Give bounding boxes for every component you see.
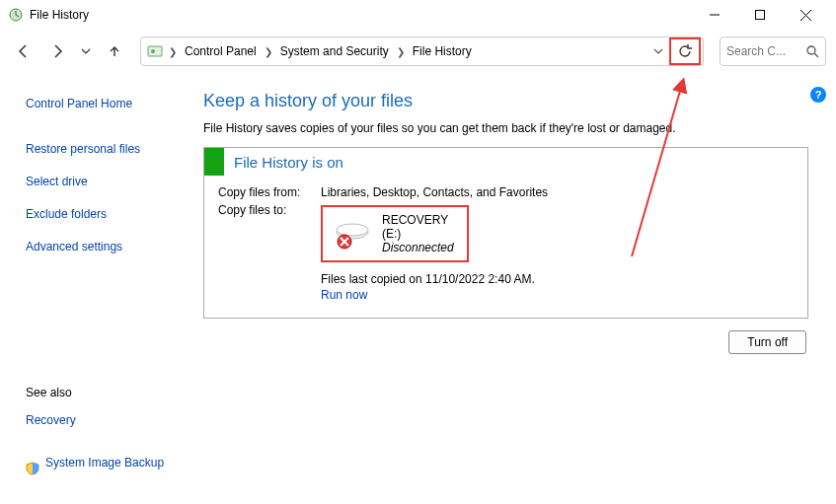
run-now-link[interactable]: Run now [321,288,794,302]
shield-icon [26,462,39,475]
main-content: Keep a history of your files File Histor… [197,73,836,504]
breadcrumb[interactable]: System and Security [274,40,395,62]
svg-rect-2 [756,11,765,20]
help-icon[interactable]: ? [810,87,826,103]
search-input[interactable] [726,44,794,58]
control-panel-home-link[interactable]: Control Panel Home [26,97,188,110]
chevron-right-icon[interactable]: ❯ [167,46,179,57]
page-heading: Keep a history of your files [203,91,808,111]
refresh-button[interactable] [669,37,701,65]
svg-point-7 [807,46,815,54]
see-also-system-image-link[interactable]: System Image Backup [45,456,164,469]
status-indicator-on [204,148,224,176]
drive-name: RECOVERY (E:) [382,213,457,241]
control-panel-icon [147,43,163,59]
file-history-icon [8,7,24,23]
address-dropdown[interactable] [646,46,669,56]
copy-to-label: Copy files to: [218,203,321,268]
copy-from-label: Copy files from: [218,185,321,199]
back-button[interactable] [10,37,38,65]
chevron-right-icon[interactable]: ❯ [263,46,274,57]
forward-button[interactable] [43,37,71,65]
sidebar: Control Panel Home Restore personal file… [0,73,197,504]
copy-from-value: Libraries, Desktop, Contacts, and Favori… [321,185,548,199]
svg-point-10 [337,224,368,236]
sidebar-exclude-folders-link[interactable]: Exclude folders [26,207,188,221]
minimize-button[interactable] [692,0,737,30]
svg-line-8 [814,53,818,57]
svg-point-6 [151,49,155,53]
chevron-right-icon[interactable]: ❯ [395,46,407,57]
recent-dropdown[interactable] [77,37,95,65]
drive-icon [333,220,372,248]
address-bar[interactable]: ❯ Control Panel ❯ System and Security ❯ … [140,36,704,66]
sidebar-restore-link[interactable]: Restore personal files [26,142,188,156]
page-description: File History saves copies of your files … [203,121,808,135]
title-bar: File History [0,0,836,30]
up-button[interactable] [101,37,128,65]
sidebar-advanced-link[interactable]: Advanced settings [26,240,188,253]
panel-title: File History is on [224,150,353,175]
nav-bar: ❯ Control Panel ❯ System and Security ❯ … [0,30,836,73]
status-panel: File History is on Copy files from: Libr… [203,147,808,319]
maximize-button[interactable] [737,0,783,30]
breadcrumb[interactable]: File History [407,40,478,62]
window-title: File History [30,8,692,22]
breadcrumb[interactable]: Control Panel [179,40,263,62]
drive-status: Disconnected [382,241,457,254]
drive-target-box: RECOVERY (E:) Disconnected [321,205,469,262]
last-copied-text: Files last copied on 11/10/2022 2:40 AM. [321,272,794,286]
close-button[interactable] [783,0,828,30]
sidebar-select-drive-link[interactable]: Select drive [26,175,188,188]
search-icon[interactable] [806,45,819,58]
search-box[interactable] [720,36,826,66]
see-also-label: See also [26,386,188,399]
see-also-recovery-link[interactable]: Recovery [26,413,76,427]
turn-off-button[interactable]: Turn off [728,330,806,354]
